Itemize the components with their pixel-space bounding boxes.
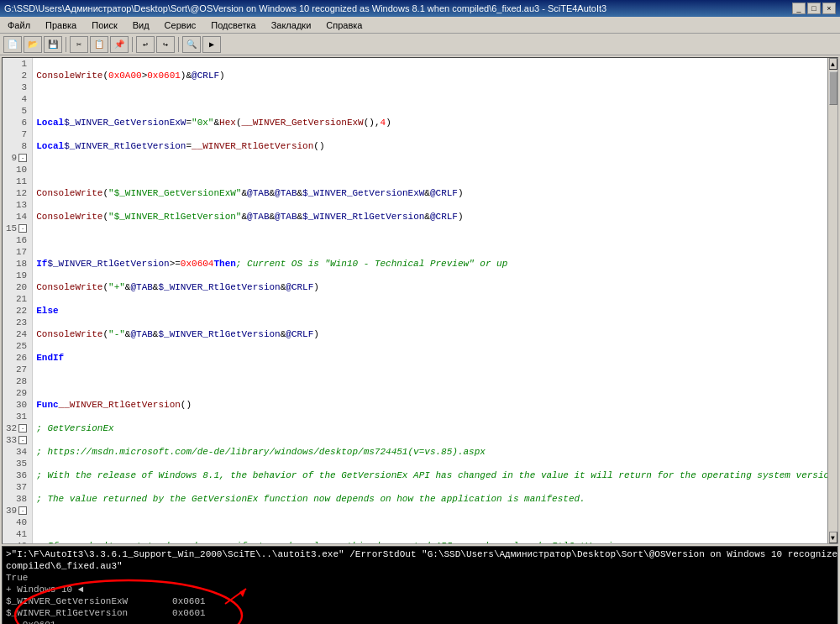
editor-main: 1 2 3 4 5 6 7 8 9- 10 11 12 13 14 15- 16… <box>3 58 837 543</box>
code-line-3: Local $_WINVER_GetVersionExW = "0x" & He… <box>36 117 824 128</box>
save-button[interactable]: 💾 <box>44 36 62 53</box>
scroll-thumb[interactable] <box>829 71 837 105</box>
code-editor[interactable]: ConsoleWrite(0x0A00 > 0x0601) & @CRLF) L… <box>33 58 827 543</box>
output-true: True <box>6 572 834 584</box>
line-num-12: 12 <box>6 187 29 199</box>
code-line-4: Local $_WINVER_RtlGetVersion = __WINVER_… <box>36 140 824 152</box>
line-num-33[interactable]: 33- <box>6 434 29 446</box>
line-num-10: 10 <box>6 164 29 176</box>
code-line-5 <box>36 164 824 176</box>
line-num-18: 18 <box>6 258 29 270</box>
redo-button[interactable]: ↪ <box>156 36 175 53</box>
code-line-14 <box>36 375 824 387</box>
line-num-26: 26 <box>6 352 29 364</box>
code-line-6: ConsoleWrite("$_WINVER_GetVersionExW" & … <box>36 187 824 199</box>
line-num-40: 40 <box>6 517 29 528</box>
code-line-18: ; With the release of Windows 8.1, the b… <box>36 469 824 481</box>
editor-container: 1 2 3 4 5 6 7 8 9- 10 11 12 13 14 15- 16… <box>2 57 838 544</box>
menu-help[interactable]: Справка <box>323 19 365 31</box>
line-num-36: 36 <box>6 469 29 481</box>
code-line-12: ConsoleWrite("-" & @TAB & $_WINVER_RtlGe… <box>36 328 824 340</box>
line-num-34: 34 <box>6 446 29 458</box>
output-getversion: $_WINVER_GetVersionExW 0x0601 <box>6 595 834 607</box>
scroll-up-button[interactable]: ▲ <box>829 58 837 70</box>
line-num-39[interactable]: 39- <box>6 505 29 517</box>
menu-tools[interactable]: Сервис <box>161 19 200 31</box>
paste-button[interactable]: 📌 <box>110 36 129 53</box>
output-panel: >"I:\F\AutoIt3\3.3.6.1_Support_Win_2000\… <box>2 546 838 624</box>
code-line-20 <box>36 517 824 528</box>
line-num-25: 25 <box>6 340 29 352</box>
maximize-button[interactable]: □ <box>807 3 821 14</box>
open-button[interactable]: 📂 <box>24 36 42 53</box>
new-button[interactable]: 📄 <box>3 36 22 53</box>
line-num-41: 41 <box>6 528 29 540</box>
menu-highlight[interactable]: Подсветка <box>207 19 259 31</box>
toolbar-separator-3 <box>178 37 179 52</box>
code-line-8 <box>36 234 824 246</box>
line-num-8: 8 <box>6 140 29 152</box>
code-line-16: ; GetVersionEx <box>36 422 824 434</box>
fold-icon-9: - <box>18 154 27 162</box>
window-controls[interactable]: _ □ × <box>792 3 836 14</box>
line-num-11: 11 <box>6 176 29 187</box>
line-num-16: 16 <box>6 234 29 246</box>
menu-bookmarks[interactable]: Закладки <box>268 19 315 31</box>
line-num-24: 24 <box>6 328 29 340</box>
code-line-19: ; The value returned by the GetVersionEx… <box>36 493 824 505</box>
menu-view[interactable]: Вид <box>129 19 153 31</box>
line-num-6: 6 <box>6 117 29 128</box>
copy-button[interactable]: 📋 <box>90 36 108 53</box>
line-num-28: 28 <box>6 375 29 387</box>
cut-button[interactable]: ✂ <box>70 36 88 53</box>
code-line-15: Func __WINVER_RtlGetVersion() <box>36 399 824 411</box>
fold-icon-33: - <box>18 436 27 444</box>
line-num-2: 2 <box>6 70 29 81</box>
line-num-7: 7 <box>6 128 29 140</box>
code-line-17: ; https://msdn.microsoft.com/de-de/libra… <box>36 446 824 458</box>
line-num-22: 22 <box>6 305 29 317</box>
line-num-35: 35 <box>6 458 29 469</box>
output-rtlgetversion: $_WINVER_RtlGetVersion 0x0601 <box>6 607 834 619</box>
menu-bar: Файл Правка Поиск Вид Сервис Подсветка З… <box>0 17 840 34</box>
output-hex: 0x0601 <box>6 619 834 624</box>
output-command-line: >"I:\F\AutoIt3\3.3.6.1_Support_Win_2000\… <box>6 548 834 560</box>
line-num-3: 3 <box>6 81 29 93</box>
code-line-9: If $_WINVER_RtlGetVersion >= 0x0604 Then… <box>36 258 824 270</box>
code-line-10: ConsoleWrite("+" & @TAB & $_WINVER_RtlGe… <box>36 281 824 293</box>
line-num-42: 42 <box>6 540 29 543</box>
fold-icon-32: - <box>18 424 27 433</box>
line-num-5: 5 <box>6 105 29 117</box>
run-button[interactable]: ▶ <box>202 36 221 53</box>
line-num-38: 38 <box>6 493 29 505</box>
fold-icon-39: - <box>18 506 27 515</box>
close-button[interactable]: × <box>822 3 836 14</box>
undo-button[interactable]: ↩ <box>136 36 155 53</box>
menu-search[interactable]: Поиск <box>88 19 120 31</box>
menu-file[interactable]: Файл <box>4 19 34 31</box>
line-num-20: 20 <box>6 281 29 293</box>
line-num-9[interactable]: 9- <box>6 152 29 164</box>
line-num-4: 4 <box>6 93 29 105</box>
output-command-line-2: compiled\6_fixed.au3" <box>6 560 834 572</box>
menu-edit[interactable]: Правка <box>42 19 80 31</box>
line-num-30: 30 <box>6 399 29 411</box>
vertical-scrollbar[interactable]: ▲ ▼ <box>827 58 837 543</box>
title-text: G:\SSD\Users\Администратор\Desktop\Sort\… <box>4 3 606 13</box>
line-num-15[interactable]: 15- <box>6 223 29 234</box>
scroll-down-button[interactable]: ▼ <box>829 532 837 543</box>
find-button[interactable]: 🔍 <box>182 36 201 53</box>
code-line-1: ConsoleWrite(0x0A00 > 0x0601) & @CRLF) <box>36 70 824 81</box>
output-windows10: + Windows 10 ◄ <box>6 584 834 595</box>
line-num-1: 1 <box>6 58 29 70</box>
line-num-29: 29 <box>6 387 29 399</box>
line-num-21: 21 <box>6 293 29 305</box>
code-line-21: ; If you don't want to depend on manifes… <box>36 540 824 543</box>
scroll-track[interactable] <box>829 70 837 532</box>
line-num-31: 31 <box>6 411 29 422</box>
line-num-23: 23 <box>6 317 29 328</box>
minimize-button[interactable]: _ <box>792 3 806 14</box>
code-line-2 <box>36 93 824 105</box>
code-line-13: EndIf <box>36 352 824 364</box>
line-num-32[interactable]: 32- <box>6 422 29 434</box>
